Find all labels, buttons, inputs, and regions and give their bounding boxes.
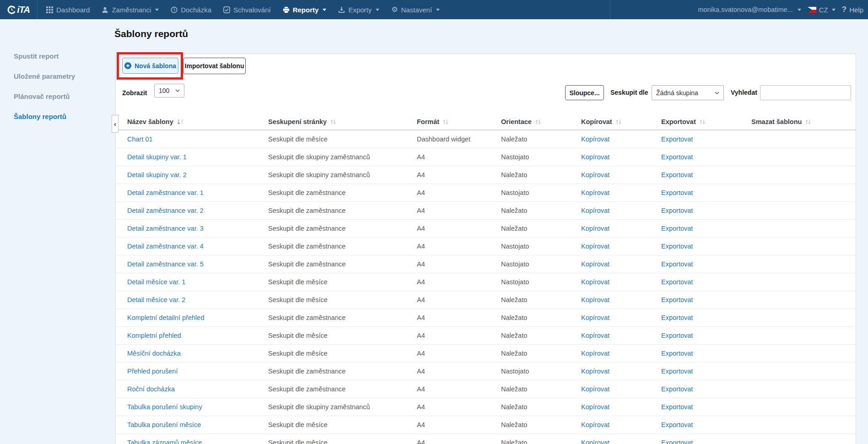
sidebar-item-ulozene-parametry[interactable]: Uložené parametry xyxy=(0,66,115,86)
copy-link[interactable]: Kopírovat xyxy=(581,332,609,339)
export-link[interactable]: Exportovat xyxy=(661,314,693,321)
nav-item-exporty[interactable]: Exporty xyxy=(332,0,385,19)
export-link[interactable]: Exportovat xyxy=(661,368,693,375)
table-row: Detail zaměstnance var. 1Seskupit dle za… xyxy=(115,184,856,201)
cell-copy: Kopírovat xyxy=(581,237,661,255)
orientation-value: Nastojato xyxy=(501,260,529,268)
cell-page-grouping: Seskupit dle měsíce xyxy=(268,326,417,344)
template-name-link[interactable]: Kompletní přehled xyxy=(127,332,181,339)
columns-button[interactable]: Sloupce... xyxy=(565,85,604,100)
export-link[interactable]: Exportovat xyxy=(661,403,693,411)
sidebar-item-spustit-report[interactable]: Spustit report xyxy=(0,46,115,66)
copy-link[interactable]: Kopírovat xyxy=(581,296,609,303)
copy-link[interactable]: Kopírovat xyxy=(581,421,609,428)
template-name-link[interactable]: Detail zaměstnance var. 4 xyxy=(127,243,204,250)
template-name-link[interactable]: Měsíční docházka xyxy=(127,350,181,357)
cell-export: Exportovat xyxy=(661,344,751,362)
cell-orientation: Naležato xyxy=(501,344,581,362)
group-by-select[interactable]: Žádná skupina xyxy=(652,85,724,100)
page-grouping-value: Seskupit dle zaměstnance xyxy=(268,314,345,321)
template-name-link[interactable]: Detail zaměstnance var. 3 xyxy=(127,225,204,232)
copy-link[interactable]: Kopírovat xyxy=(581,243,609,250)
template-name-link[interactable]: Detail měsíce var. 1 xyxy=(127,278,185,286)
cell-delete xyxy=(751,398,856,416)
template-name-link[interactable]: Detail měsíce var. 2 xyxy=(127,296,185,303)
user-menu[interactable]: monika.svatonova@mobatime... xyxy=(698,6,801,13)
app-logo[interactable]: iTA xyxy=(0,0,38,19)
export-link[interactable]: Exportovat xyxy=(661,385,693,393)
language-selector[interactable]: CZ xyxy=(808,6,836,14)
copy-link[interactable]: Kopírovat xyxy=(581,225,609,232)
column-header-seskupeni-stranky[interactable]: Seskupení stránky xyxy=(268,114,417,130)
copy-link[interactable]: Kopírovat xyxy=(581,260,609,268)
template-name-link[interactable]: Tabulka záznamů měsíce xyxy=(127,439,202,444)
template-name-link[interactable]: Detail zaměstnance var. 1 xyxy=(127,189,204,196)
cell-export: Exportovat xyxy=(661,362,751,380)
copy-link[interactable]: Kopírovat xyxy=(581,171,609,179)
export-link[interactable]: Exportovat xyxy=(661,350,693,357)
template-name-link[interactable]: Tabulka porušení měsíce xyxy=(127,421,201,428)
template-name-link[interactable]: Detail zaměstnance var. 2 xyxy=(127,207,204,214)
export-link[interactable]: Exportovat xyxy=(661,243,693,250)
table-row: Detail měsíce var. 2Seskupit dle měsíceA… xyxy=(115,291,856,309)
column-header-kopirovat[interactable]: Kopírovat xyxy=(581,114,661,130)
column-header-format[interactable]: Formát xyxy=(417,114,501,130)
sidebar-collapse-tab[interactable]: ‹ xyxy=(112,115,119,133)
template-name-link[interactable]: Kompletní detailní přehled xyxy=(127,314,204,321)
page-size-select[interactable]: 100 xyxy=(154,84,184,97)
export-link[interactable]: Exportovat xyxy=(661,278,693,286)
nav-item-zamestnanci[interactable]: Zaměstnanci xyxy=(96,0,165,19)
export-link[interactable]: Exportovat xyxy=(661,332,693,339)
export-link[interactable]: Exportovat xyxy=(661,207,693,214)
export-link[interactable]: Exportovat xyxy=(661,439,693,444)
copy-link[interactable]: Kopírovat xyxy=(581,153,609,161)
new-template-button[interactable]: Nová šablona xyxy=(122,58,178,74)
export-link[interactable]: Exportovat xyxy=(661,296,693,303)
export-link[interactable]: Exportovat xyxy=(661,153,693,161)
copy-link[interactable]: Kopírovat xyxy=(581,135,609,143)
copy-link[interactable]: Kopírovat xyxy=(581,350,609,357)
import-template-button[interactable]: Importovat šablonu xyxy=(183,58,246,74)
template-name-link[interactable]: Detail skupiny var. 2 xyxy=(127,171,187,179)
cell-delete xyxy=(751,362,856,380)
copy-link[interactable]: Kopírovat xyxy=(581,207,609,214)
column-header-orientace[interactable]: Orientace xyxy=(501,114,581,130)
export-link[interactable]: Exportovat xyxy=(661,171,693,179)
cell-page-grouping: Seskupit dle zaměstnance xyxy=(268,237,417,255)
cell-template-name: Detail skupiny var. 1 xyxy=(115,148,268,166)
column-header-label: Název šablony xyxy=(127,118,173,125)
copy-link[interactable]: Kopírovat xyxy=(581,403,609,411)
column-header-smazat-sablonu[interactable]: Smazat šablonu xyxy=(751,114,856,130)
help-link[interactable]: ? Help xyxy=(842,5,863,14)
template-name-link[interactable]: Chart 01 xyxy=(127,135,153,143)
export-link[interactable]: Exportovat xyxy=(661,135,693,143)
sidebar-item-planovac-reportu[interactable]: Plánovač reportů xyxy=(0,86,115,106)
copy-link[interactable]: Kopírovat xyxy=(581,385,609,393)
template-name-link[interactable]: Detail zaměstnance var. 5 xyxy=(127,260,204,268)
nav-item-dashboard[interactable]: Dashboard xyxy=(40,0,96,19)
template-name-link[interactable]: Roční docházka xyxy=(127,385,175,393)
copy-link[interactable]: Kopírovat xyxy=(581,368,609,375)
template-name-link[interactable]: Detail skupiny var. 1 xyxy=(127,153,187,161)
nav-item-dochazka[interactable]: Docházka xyxy=(165,0,217,19)
nav-item-schvalovani[interactable]: Schvalování xyxy=(217,0,277,19)
template-name-link[interactable]: Přehled porušení xyxy=(127,368,178,375)
template-name-link[interactable]: Tabulka porušení skupiny xyxy=(127,403,202,411)
search-input[interactable] xyxy=(760,85,851,100)
export-link[interactable]: Exportovat xyxy=(661,225,693,232)
copy-link[interactable]: Kopírovat xyxy=(581,439,609,444)
nav-item-reporty[interactable]: Reporty xyxy=(277,0,333,19)
export-link[interactable]: Exportovat xyxy=(661,189,693,196)
copy-link[interactable]: Kopírovat xyxy=(581,278,609,286)
nav-label: Dashboard xyxy=(56,6,90,14)
export-link[interactable]: Exportovat xyxy=(661,260,693,268)
sidebar-item-sablony-reportu[interactable]: Šablony reportů xyxy=(0,106,115,126)
copy-link[interactable]: Kopírovat xyxy=(581,189,609,196)
column-header-nazev-sablony[interactable]: Název šablony xyxy=(115,114,268,130)
nav-item-nastaveni[interactable]: ⚙ Nastavení xyxy=(385,0,446,19)
copy-link[interactable]: Kopírovat xyxy=(581,314,609,321)
export-link[interactable]: Exportovat xyxy=(661,421,693,428)
column-header-exportovat[interactable]: Exportovat xyxy=(661,114,751,130)
cell-export: Exportovat xyxy=(661,273,751,291)
table-row: Detail zaměstnance var. 4Seskupit dle za… xyxy=(115,237,856,255)
